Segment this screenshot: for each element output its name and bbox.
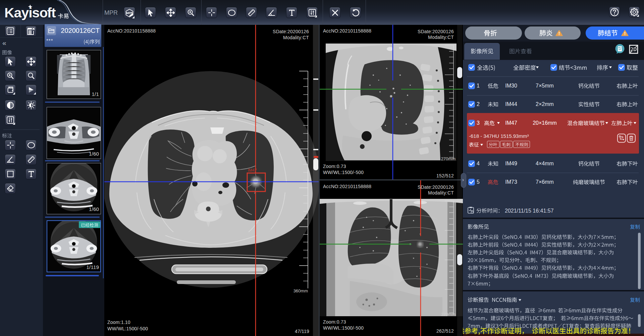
svg-text:270mm: 270mm [441, 156, 455, 161]
svg-text:IM47: IM47 [248, 168, 257, 173]
svg-text:MPR: MPR [126, 11, 133, 15]
svg-text:270mm: 270mm [441, 312, 455, 317]
svg-text:360mm: 360mm [293, 288, 308, 293]
